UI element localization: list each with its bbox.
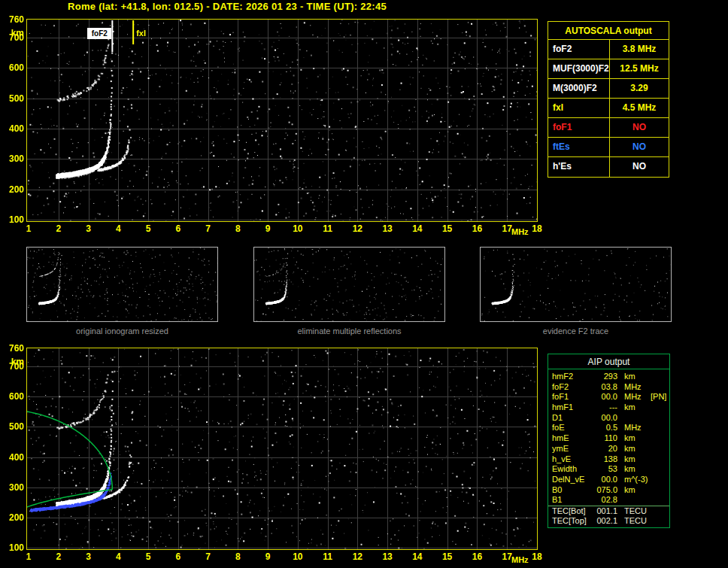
aip-row: DelN_vE00.0m^(-3) <box>548 475 669 485</box>
thumbnail-caption-f2-trace: evidence F2 trace <box>480 327 672 336</box>
x-tick-label: 9 <box>260 223 275 234</box>
x-tick-label: 15 <box>440 223 455 234</box>
y-tick-label: 760 <box>5 14 24 25</box>
autoscala-param-value: 3.8 MHz <box>610 40 669 59</box>
aip-param-extra <box>651 413 669 424</box>
y-tick-label: 400 <box>5 123 24 134</box>
y-tick-label: 600 <box>5 62 24 73</box>
aip-row: foF100.0MHz[PN] <box>548 392 669 402</box>
aip-param-unit: km <box>617 485 651 496</box>
aip-param-value: 001.1 <box>592 506 617 516</box>
station-date-time-title: Rome (lat: +41.8, lon: 012.5) - DATE: 20… <box>68 1 387 12</box>
y-tick-label: 500 <box>5 421 24 432</box>
y-tick-label: 300 <box>5 153 24 164</box>
aip-param-unit: km <box>617 454 651 465</box>
aip-param-extra: [PN] <box>651 392 669 402</box>
aip-row: hmF2293km <box>548 372 669 382</box>
aip-table-title: AIP output <box>548 354 669 369</box>
aip-param-unit <box>617 413 651 424</box>
aip-param-extra <box>651 516 669 527</box>
aip-param-name: h_vE <box>548 454 592 465</box>
autoscala-param-value: 4.5 MHz <box>610 99 669 117</box>
aip-row: B102.8 <box>548 495 669 506</box>
x-tick-label: 8 <box>230 551 245 562</box>
y-tick-label: 760 <box>5 343 24 354</box>
x-tick-label: 15 <box>440 551 455 562</box>
aip-param-extra <box>651 464 669 475</box>
x-tick-label: 12 <box>350 551 365 562</box>
autoscala-row: h'EsNO <box>548 157 669 177</box>
profile-ionogram-panel <box>26 348 538 550</box>
x-tick-label: 10 <box>290 223 305 234</box>
autoscala-param-label: fxI <box>548 99 610 117</box>
aip-param-value: 075.0 <box>592 485 617 496</box>
autoscala-param-label: foF1 <box>548 118 610 137</box>
autoscala-param-value: NO <box>610 138 669 156</box>
y-tick-label: 700 <box>5 361 24 372</box>
autoscala-output-table: AUTOSCALA output foF23.8 MHzMUF(3000)F21… <box>548 21 669 178</box>
y-tick-label: 500 <box>5 93 24 104</box>
aip-param-name: D1 <box>548 413 592 424</box>
x-tick-label: 5 <box>141 551 156 562</box>
aip-param-value: 03.8 <box>592 382 617 393</box>
aip-param-extra <box>651 506 669 516</box>
x-tick-label: 3 <box>81 223 96 234</box>
aip-param-unit: MHz <box>617 423 651 433</box>
x-tick-label: 18 <box>529 551 544 562</box>
aip-row: B0075.0km <box>548 485 669 496</box>
x-tick-label: 2 <box>51 223 66 234</box>
aip-param-value: 53 <box>592 464 617 475</box>
x-tick-label: 4 <box>111 551 126 562</box>
aip-param-unit: km <box>617 433 651 444</box>
x-tick-label: 1 <box>21 223 36 234</box>
aip-param-name: ymE <box>548 444 592 454</box>
x-tick-label: 11 <box>320 551 335 562</box>
aip-param-value: 138 <box>592 454 617 465</box>
x-tick-label: 17 <box>499 551 514 562</box>
autoscala-param-label: ftEs <box>548 138 610 156</box>
x-tick-label: 10 <box>290 551 305 562</box>
aip-row: h_vE138km <box>548 454 669 465</box>
y-tick-label: 700 <box>5 32 24 43</box>
thumbnail-caption-original: original ionogram resized <box>26 327 218 336</box>
thumbnail-caption-reflections: eliminate multiple reflections <box>253 327 445 336</box>
aip-row: hmF1---km <box>548 402 669 413</box>
autoscala-row: foF23.8 MHz <box>548 40 669 59</box>
x-tick-label: 7 <box>201 551 216 562</box>
x-tick-label: 17 <box>499 223 514 234</box>
aip-param-name: hmF1 <box>548 402 592 413</box>
y-tick-label: 600 <box>5 391 24 402</box>
autoscala-app-window: { "title": "Rome (lat: +41.8, lon: 012.5… <box>0 0 728 568</box>
aip-param-value: 00.0 <box>592 392 617 402</box>
aip-param-name: TEC[Bot] <box>548 506 592 516</box>
aip-param-value: 02.8 <box>592 495 617 506</box>
aip-param-unit: MHz <box>617 392 651 402</box>
autoscala-row: ftEsNO <box>548 138 669 157</box>
fxi-marker-label: fxI <box>136 29 146 38</box>
x-tick-label: 16 <box>469 223 484 234</box>
aip-param-unit: MHz <box>617 382 651 393</box>
aip-param-extra <box>651 454 669 465</box>
aip-param-extra <box>651 382 669 393</box>
profile-ionogram-canvas <box>27 348 537 549</box>
aip-param-unit: km <box>617 402 651 413</box>
autoscala-row: M(3000)F23.29 <box>548 79 669 99</box>
main-ionogram-panel: foF2 fxI <box>26 19 538 222</box>
y-tick-label: 300 <box>5 482 24 493</box>
aip-param-name: foF1 <box>548 392 592 402</box>
aip-output-table: AIP output hmF2293kmfoF203.8MHzfoF100.0M… <box>548 354 670 528</box>
thumbnail-multiple-reflections-canvas <box>254 248 444 321</box>
x-tick-label: 14 <box>410 223 425 234</box>
x-tick-label: 13 <box>380 551 395 562</box>
x-tick-label: 11 <box>320 223 335 234</box>
thumbnail-multiple-reflections <box>253 247 445 322</box>
x-tick-label: 5 <box>141 223 156 234</box>
thumbnail-f2-trace-canvas <box>481 248 671 321</box>
aip-row: ymE20km <box>548 444 669 454</box>
autoscala-param-value: 3.29 <box>610 79 669 98</box>
x-tick-label: 13 <box>380 223 395 234</box>
aip-param-name: B0 <box>548 485 592 496</box>
x-tick-label: 4 <box>111 223 126 234</box>
aip-table-body: hmF2293kmfoF203.8MHzfoF100.0MHz[PN]hmF1-… <box>548 372 669 526</box>
x-tick-label: 16 <box>469 551 484 562</box>
